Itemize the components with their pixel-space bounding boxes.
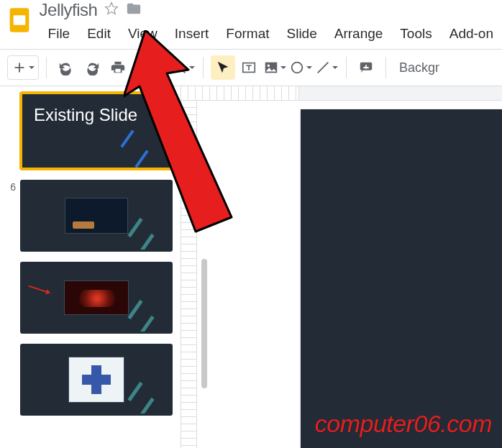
menu-slide[interactable]: Slide (278, 23, 326, 45)
thumbnail-media (68, 357, 124, 403)
slides-logo[interactable] (4, 3, 35, 37)
decorative-shape (127, 300, 142, 319)
canvas-area (181, 86, 502, 448)
menu-addons[interactable]: Add-on (441, 23, 502, 45)
textbox-button[interactable] (237, 55, 261, 80)
chevron-down-icon (332, 61, 339, 74)
paint-format-button[interactable] (132, 55, 156, 80)
menu-arrange[interactable]: Arrange (326, 23, 392, 45)
slide-number (7, 344, 16, 345)
shape-button[interactable] (288, 55, 313, 80)
horizontal-ruler (181, 86, 502, 101)
svg-rect-1 (14, 15, 26, 24)
slide-thumbnail-2[interactable] (20, 180, 173, 252)
svg-point-2 (174, 63, 182, 70)
print-button[interactable] (106, 55, 130, 80)
star-icon[interactable] (104, 1, 119, 19)
menu-view[interactable]: View (119, 23, 166, 45)
watermark-text: computer06.com (315, 410, 492, 438)
menu-edit[interactable]: Edit (78, 23, 119, 45)
comment-button[interactable] (354, 55, 378, 80)
undo-button[interactable] (54, 55, 78, 80)
move-folder-icon[interactable] (126, 1, 142, 19)
filmstrip: Existing Slide 6 (0, 86, 181, 448)
thumbnail-media (65, 198, 128, 234)
decorative-shape (139, 398, 154, 416)
vertical-ruler (181, 101, 197, 448)
menu-tools[interactable]: Tools (391, 23, 440, 45)
separator (385, 57, 386, 78)
svg-point-6 (291, 63, 302, 73)
separator (346, 57, 347, 78)
background-button[interactable]: Backgr (393, 60, 442, 76)
slide-number: 6 (7, 180, 16, 193)
chevron-down-icon (188, 61, 196, 74)
decorative-shape (134, 150, 148, 168)
decorative-shape (139, 234, 154, 252)
slide-canvas[interactable] (301, 109, 502, 448)
menu-format[interactable]: Format (217, 23, 278, 45)
chevron-down-icon (306, 61, 313, 74)
redo-button[interactable] (80, 55, 104, 80)
document-title[interactable]: Jellyfish (40, 0, 98, 20)
decorative-shape (139, 316, 154, 334)
slide-number (7, 262, 16, 263)
menu-insert[interactable]: Insert (166, 23, 218, 45)
slide-thumbnail-1[interactable]: Existing Slide (20, 92, 173, 170)
svg-point-5 (267, 65, 269, 67)
menu-file[interactable]: File (40, 23, 79, 45)
image-button[interactable] (263, 55, 287, 80)
zoom-button[interactable] (171, 55, 196, 80)
thumbnail-media (64, 280, 129, 315)
annotation-arrow-icon (28, 285, 47, 293)
slide-title-text: Existing Slide (22, 94, 170, 136)
slide-number (7, 92, 16, 93)
select-tool[interactable] (211, 55, 235, 80)
decorative-shape (127, 218, 142, 237)
toolbar: Backgr (0, 49, 502, 86)
separator (163, 57, 164, 78)
separator (203, 57, 204, 78)
menu-bar: File Edit View Insert Format Slide Arran… (40, 20, 502, 45)
line-button[interactable] (314, 55, 339, 80)
decorative-shape (127, 382, 142, 401)
chevron-down-icon (280, 61, 287, 74)
vertical-scrollbar[interactable] (201, 259, 207, 388)
chevron-down-icon (28, 61, 35, 74)
slide-thumbnail-3[interactable] (20, 262, 173, 334)
separator (46, 57, 47, 78)
new-slide-button[interactable] (7, 55, 39, 80)
slide-thumbnail-4[interactable] (20, 344, 173, 416)
